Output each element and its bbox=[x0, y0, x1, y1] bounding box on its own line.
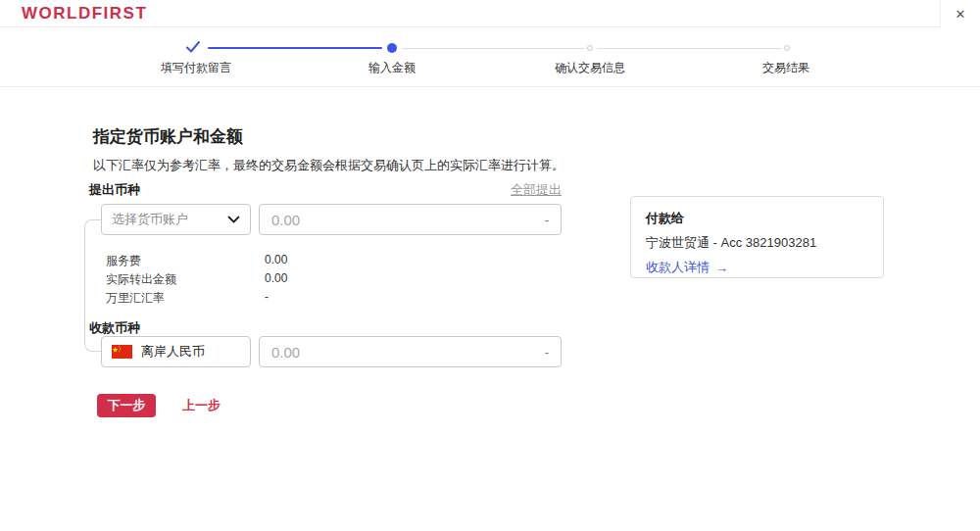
step-label-confirm-info: 确认交易信息 bbox=[555, 60, 625, 76]
source-currency-label: 提出币种 bbox=[89, 181, 140, 199]
actual-transfer-row: 实际转出金额 0.00 bbox=[106, 271, 459, 288]
source-account-placeholder: 选择货币账户 bbox=[112, 211, 227, 228]
close-button[interactable]: ✕ bbox=[940, 0, 980, 27]
chevron-down-icon bbox=[227, 216, 240, 223]
close-icon: ✕ bbox=[956, 7, 966, 22]
worldfirst-logo: WORLDFIRST bbox=[22, 0, 147, 27]
progress-stepper: 填写付款留言 输入金额 确认交易信息 交易结果 bbox=[0, 27, 980, 87]
payee-details-link-label: 收款人详情 bbox=[646, 259, 710, 276]
fee-value: 0.00 bbox=[265, 253, 287, 266]
step-label-enter-amount: 输入金额 bbox=[368, 60, 416, 76]
step-label-payment-note: 填写付款留言 bbox=[161, 60, 231, 76]
page-title: 指定货币账户和金额 bbox=[93, 125, 243, 148]
header: WORLDFIRST ✕ bbox=[0, 0, 980, 27]
stepper-line-pending-2 bbox=[597, 48, 781, 49]
actual-transfer-label: 实际转出金额 bbox=[106, 272, 176, 286]
step-pending-dot-1 bbox=[587, 45, 593, 51]
target-currency-label: 收款币种 bbox=[89, 319, 140, 337]
next-step-button[interactable]: 下一步 bbox=[97, 394, 156, 417]
payment-modal: WORLDFIRST ✕ 填写付款留言 输入金额 确认交易信息 交易结果 指定货… bbox=[0, 0, 980, 531]
stepper-line-pending-1 bbox=[402, 48, 584, 49]
arrow-right-icon: → bbox=[715, 261, 728, 275]
fee-row: 服务费 0.00 bbox=[106, 253, 459, 269]
exchange-rate-row: 万里汇汇率 - bbox=[106, 290, 459, 307]
payee-details-link[interactable]: 收款人详情 → bbox=[646, 259, 728, 276]
source-account-select[interactable]: 选择货币账户 bbox=[101, 204, 251, 235]
step-done-check-icon bbox=[185, 40, 201, 54]
step-active-dot bbox=[387, 43, 397, 53]
step-pending-dot-2 bbox=[784, 45, 790, 51]
exchange-rate-label: 万里汇汇率 bbox=[106, 291, 165, 305]
source-amount-suffix: - bbox=[545, 213, 549, 227]
source-amount-input[interactable] bbox=[271, 212, 545, 228]
target-currency-select[interactable]: 离岸人民币 bbox=[101, 336, 251, 367]
target-amount-input[interactable] bbox=[271, 344, 545, 361]
payee-card: 付款给 宁波世贸通 - Acc 3821903281 收款人详情 → bbox=[630, 196, 884, 278]
page-subtitle: 以下汇率仅为参考汇率，最终的交易金额会根据交易确认页上的实际汇率进行计算。 bbox=[93, 157, 564, 174]
fee-label: 服务费 bbox=[106, 254, 141, 267]
target-currency-value: 离岸人民币 bbox=[141, 343, 240, 361]
previous-step-button[interactable]: 上一步 bbox=[182, 394, 220, 417]
source-amount-field: - bbox=[259, 204, 562, 235]
target-amount-field: - bbox=[259, 336, 562, 367]
step-label-result: 交易结果 bbox=[762, 60, 809, 76]
withdraw-all-link[interactable]: 全部提出 bbox=[511, 181, 562, 199]
stepper-line-done bbox=[208, 47, 382, 49]
target-amount-suffix: - bbox=[545, 345, 549, 360]
payee-name-and-account: 宁波世贸通 - Acc 3821903281 bbox=[646, 234, 868, 252]
exchange-rate-value: - bbox=[265, 290, 269, 304]
payee-card-title: 付款给 bbox=[646, 210, 868, 227]
cn-flag-icon bbox=[112, 345, 132, 359]
actual-transfer-value: 0.00 bbox=[265, 271, 287, 285]
